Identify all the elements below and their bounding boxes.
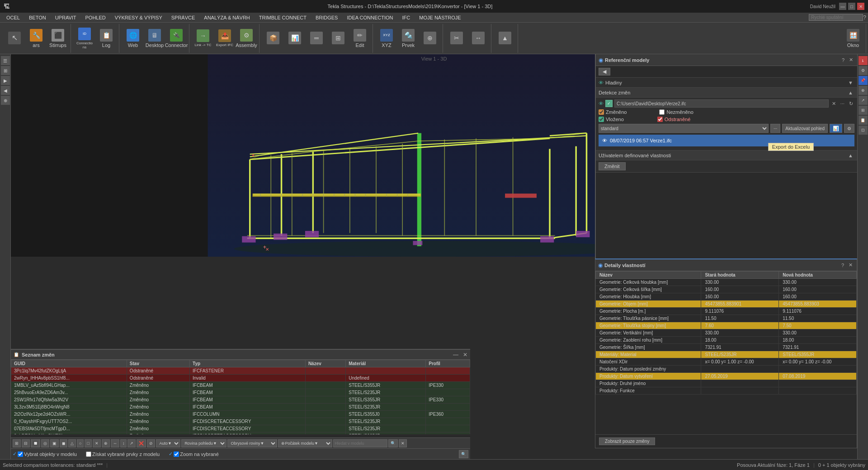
view-btn-14[interactable]: ↗: [127, 439, 136, 447]
left-btn-4[interactable]: ◀: [1, 86, 10, 95]
user-props-header[interactable]: Uživatelem definované vlastnosti ▲: [596, 150, 857, 160]
left-btn-2[interactable]: ⊞: [1, 66, 10, 75]
left-btn-3[interactable]: ▶: [1, 76, 10, 85]
minimize-button[interactable]: —: [839, 3, 846, 10]
table-row[interactable]: Geometrie: Zaoblení rohu [mm]18.0018.00: [596, 337, 857, 344]
det-settings-btn[interactable]: ⚙: [844, 124, 854, 133]
tool-link-tc[interactable]: → Link -> TC: [193, 26, 213, 51]
left-btn-1[interactable]: ☰: [1, 56, 10, 65]
quick-search-input[interactable]: [809, 14, 863, 21]
tool-desktop[interactable]: 🖥 Desktop: [145, 26, 165, 51]
maximize-button[interactable]: □: [848, 3, 855, 10]
tool-v4[interactable]: ⊞: [328, 26, 348, 51]
det-standard-select[interactable]: standard: [599, 124, 769, 133]
close-button[interactable]: ✕: [857, 3, 864, 10]
table-row[interactable]: Produkty: Datum vytvoření27.05.201907.08…: [596, 373, 857, 380]
check-zoom[interactable]: ✓ Zoom na vybrané: [169, 451, 219, 457]
table-row[interactable]: 2t2OzINx12pe2d4OZsWR...ZměněnoIFCCOLUMNS…: [11, 411, 470, 418]
tool-snap[interactable]: ⊕: [420, 26, 440, 51]
det-dots2-btn[interactable]: ···: [770, 124, 780, 133]
menu-bridges[interactable]: BRIDGES: [311, 14, 343, 21]
table-row[interactable]: Geometrie: Tloušťka stojiny [mm]7.607.50: [596, 322, 857, 329]
view-btn-15[interactable]: ❌: [137, 439, 146, 447]
table-row[interactable]: 07EBSfAk5DTfjmcMTgpD...ZměněnoIFCDISCRET…: [11, 425, 470, 432]
menu-upravit[interactable]: UPRAVIT: [51, 14, 81, 21]
menu-ifc[interactable]: IFC: [398, 14, 415, 21]
user-props-expand-btn[interactable]: ▲: [847, 153, 854, 158]
menu-spravce[interactable]: SPRÁVCE: [167, 14, 200, 21]
right-btn-4[interactable]: ⊕: [859, 86, 868, 95]
menu-vykres[interactable]: VÝKRESY & VÝPISY: [110, 14, 167, 21]
tool-connector[interactable]: 🔌 Connector: [166, 26, 186, 51]
view-btn-7[interactable]: △: [68, 439, 76, 447]
menu-moje[interactable]: MOJE NÁSTROJE: [415, 14, 465, 21]
table-row[interactable]: 0ahDTCIKeAIIhvSWEfillZměněnoIFCDISCRETEA…: [11, 432, 470, 435]
det-export-btn[interactable]: 📊: [830, 124, 842, 133]
det-update-btn[interactable]: Aktualizovat pohled: [782, 124, 828, 133]
tool-log[interactable]: 📋 Log: [96, 26, 116, 51]
table-row[interactable]: Geometrie: Celková hloubka [mm]330.00330…: [596, 279, 857, 286]
tool-xyz[interactable]: XYZ XYZ: [377, 26, 396, 51]
detekce-expand-btn[interactable]: ▲: [847, 90, 854, 95]
table-row[interactable]: 3L3zv3M51Ej8BO4nWrgN8ZměněnoIFCBEAMSTEEL…: [11, 404, 470, 411]
tool-v3[interactable]: ═: [307, 26, 326, 51]
tool-cut[interactable]: ✂: [447, 26, 467, 51]
menu-pohled[interactable]: POHLED: [81, 14, 110, 21]
search-model-input[interactable]: [333, 439, 387, 447]
table-row[interactable]: Geometrie: Hloubka [mm]160.00160.00: [596, 293, 857, 301]
view-btn-4[interactable]: ◎: [41, 439, 49, 447]
right-btn-8[interactable]: ⊡: [859, 126, 868, 135]
table-row[interactable]: Natočení XDirx= 0.00 y= 1.00 z= -0.00x= …: [596, 358, 857, 366]
tool-window[interactable]: 🪟 Okno: [843, 26, 863, 51]
view-btn-2[interactable]: ⊟: [22, 439, 30, 447]
view-btn-3[interactable]: 🔲: [31, 439, 40, 447]
pocatek-select[interactable]: ⊕Počátek modelu▼: [278, 439, 332, 447]
tool-measure[interactable]: ↔: [468, 26, 488, 51]
view-btn-12[interactable]: ↔: [111, 439, 119, 447]
tool-connections[interactable]: ID Connections: [75, 26, 94, 51]
changes-table-scroll[interactable]: GUID Stav Typ Název Materiál Profil 3Pc1…: [11, 360, 470, 434]
right-btn-5[interactable]: ↗: [859, 96, 868, 105]
tool-ars[interactable]: 🔧 ars: [26, 26, 46, 51]
bottom-search-btn[interactable]: 🔍: [459, 450, 468, 458]
table-row[interactable]: Produkty: Funkce: [596, 387, 857, 395]
tool-v1[interactable]: 📦: [263, 26, 283, 51]
table-row[interactable]: Geometrie: Šířka [mm]7321.917321.91: [596, 344, 857, 351]
tool-web[interactable]: 🌐 Web: [123, 26, 143, 51]
detaily-help-btn[interactable]: ?: [840, 263, 845, 268]
view-btn-6[interactable]: ◼: [60, 439, 67, 447]
tool-assembly[interactable]: ⚙ Assembly: [236, 26, 256, 51]
ref-panel-help[interactable]: ?: [840, 57, 846, 63]
table-row[interactable]: 1MBLV_uAz5bfI94LGHap...ZměněnoIFCBEAMSTE…: [11, 382, 470, 389]
search-clear-btn[interactable]: ✕: [399, 439, 407, 447]
tool-triangle[interactable]: ▲: [495, 26, 515, 51]
table-row[interactable]: Geometrie: Plocha [m.]9.1110769.111076: [596, 308, 857, 315]
det-refresh-btn[interactable]: ↻: [848, 101, 854, 107]
check-select-objects[interactable]: ✓ Vybrat objekty v modelu: [13, 451, 77, 457]
right-btn-6[interactable]: ⊞: [859, 106, 868, 115]
view-btn-1[interactable]: ⊞: [13, 439, 21, 447]
view-btn-10[interactable]: ✕: [93, 439, 101, 447]
right-btn-1[interactable]: 1: [859, 56, 868, 65]
table-row[interactable]: Produkty: Datum poslední změny: [596, 366, 857, 373]
menu-beton[interactable]: BETON: [24, 14, 51, 21]
auto-select[interactable]: Auto▼: [156, 439, 180, 447]
changes-close-btn[interactable]: ✕: [463, 352, 467, 358]
det-file-path[interactable]: [614, 99, 829, 108]
menu-idea[interactable]: IDEA CONNECTION: [342, 14, 397, 21]
det-unchanged-check[interactable]: Nezměněno: [659, 109, 693, 115]
tool-edit[interactable]: ✏ Edit: [350, 26, 370, 51]
table-row[interactable]: 2wRyn_IHHAv8pbSS1hf8...OdstraněnéInvalid…: [11, 375, 470, 382]
view-btn-9[interactable]: □: [85, 439, 91, 447]
table-row[interactable]: Geometrie: Tloušťka pásnice [mm]11.5011.…: [596, 315, 857, 322]
props-scroll[interactable]: Název Stará hodnota Nová hodnota Geometr…: [595, 271, 857, 434]
tool-export-ifc[interactable]: 📤 Export IFC: [215, 26, 235, 51]
tool-stirrups[interactable]: ⬛ Stirrups: [48, 26, 68, 51]
right-btn-7[interactable]: 📋: [859, 116, 868, 125]
table-row[interactable]: Materiály: MaterialSTEEL/S235JRSTEEL/S35…: [596, 351, 857, 358]
detekce-header[interactable]: Detekce změn ▲: [596, 88, 857, 98]
det-close-btn[interactable]: ✕: [830, 101, 837, 107]
view-btn-13[interactable]: ↕: [120, 439, 127, 447]
det-changed-check[interactable]: Změněno: [599, 109, 627, 115]
right-btn-2[interactable]: ⚙: [859, 66, 868, 75]
